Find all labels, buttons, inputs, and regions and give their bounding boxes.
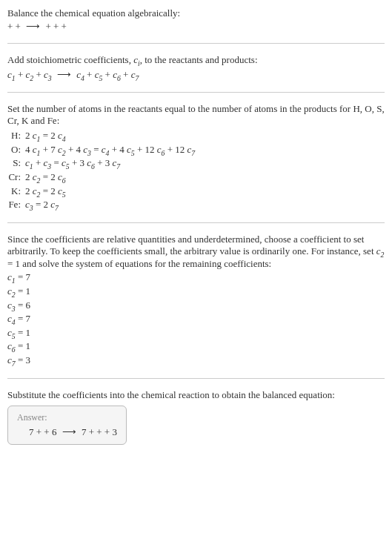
atom-row: H: 2 c1 = 2 c4: [7, 130, 385, 143]
under-para: Since the coefficients are relative quan…: [7, 234, 385, 271]
atom-eq: 4 c1 + 7 c2 + 4 c3 = c4 + 4 c5 + 12 c6 +…: [25, 144, 385, 157]
intro-text: Balance the chemical equation algebraica…: [7, 7, 385, 19]
atom-label: O:: [7, 144, 25, 156]
coeff-val: 7: [26, 313, 31, 324]
answer-box: Answer: 7 + + 6 ⟶ 7 + + + 3: [7, 406, 127, 445]
subst-intro: Substitute the coefficients into the che…: [7, 389, 385, 401]
atom-eq: 2 c2 = 2 c5: [25, 185, 385, 199]
atom-table: H: 2 c1 = 2 c4 O: 4 c1 + 7 c2 + 4 c3 = c…: [7, 130, 385, 212]
answer-rhs: 7 + + + 3: [82, 426, 117, 437]
coeff-list: c1 = 7 c2 = 1 c3 = 6 c4 = 7 c5 = 1 c6 = …: [7, 271, 385, 367]
atom-label: H:: [7, 130, 25, 142]
coeff-row: c7 = 3: [7, 354, 385, 368]
atom-eq: 2 c2 = 2 c6: [25, 171, 385, 185]
tmpl-lhs: + +: [7, 21, 23, 32]
stoich-intro-text: Add stoichiometric coefficients,: [7, 54, 133, 65]
atom-row: S: c1 + c3 = c5 + 3 c6 + 3 c7: [7, 157, 385, 171]
atom-row: Cr: 2 c2 = 2 c6: [7, 171, 385, 185]
atom-eq: 2 c1 = 2 c4: [25, 130, 385, 143]
divider: [7, 92, 385, 93]
substitute-section: Substitute the coefficients into the che…: [7, 389, 385, 445]
atom-row: O: 4 c1 + 7 c2 + 4 c3 = c4 + 4 c5 + 12 c…: [7, 144, 385, 157]
atom-eq: c3 = 2 c7: [25, 199, 385, 212]
coeff-row: c1 = 7: [7, 271, 385, 285]
coeff-row: c5 = 1: [7, 327, 385, 340]
coeff-val: 1: [26, 327, 31, 338]
coeff-val: 1: [26, 340, 31, 351]
stoich-section: Add stoichiometric coefficients, ci, to …: [7, 54, 385, 82]
answer-lhs: 7 + + 6: [29, 426, 59, 437]
atom-label: K:: [7, 185, 25, 197]
atom-label: Cr:: [7, 171, 25, 183]
coeff-val: 7: [26, 271, 31, 282]
coeff-row: c2 = 1: [7, 285, 385, 299]
tmpl-rhs: + + +: [45, 21, 67, 32]
atom-label: S:: [7, 157, 25, 169]
coeff-row: c4 = 7: [7, 313, 385, 326]
divider: [7, 43, 385, 44]
stoich-equation: c1 + c2 + c3 ⟶ c4 + c5 + c6 + c7: [7, 69, 385, 82]
divider: [7, 222, 385, 223]
stoich-intro: Add stoichiometric coefficients, ci, to …: [7, 54, 385, 67]
atom-eq: c1 + c3 = c5 + 3 c6 + 3 c7: [25, 157, 385, 171]
coeff-val: 6: [26, 300, 31, 311]
underdetermined-section: Since the coefficients are relative quan…: [7, 234, 385, 368]
stoich-after: , to the reactants and products:: [140, 54, 258, 65]
divider: [7, 378, 385, 379]
answer-equation: 7 + + 6 ⟶ 7 + + + 3: [17, 426, 117, 438]
coeff-val: 3: [26, 354, 31, 365]
stoich-lhs: c1 + c2 + c3: [7, 69, 54, 80]
atom-label: Fe:: [7, 199, 25, 211]
coeff-row: c6 = 1: [7, 340, 385, 354]
arrow-icon: ⟶: [62, 426, 76, 438]
template-equation: + + ⟶ + + +: [7, 21, 385, 33]
coeff-row: c3 = 6: [7, 300, 385, 313]
atoms-section: Set the number of atoms in the reactants…: [7, 103, 385, 212]
arrow-icon: ⟶: [26, 21, 40, 33]
coeff-val: 1: [26, 285, 31, 297]
atom-row: K: 2 c2 = 2 c5: [7, 185, 385, 199]
atoms-intro: Set the number of atoms in the reactants…: [7, 103, 385, 127]
intro-section: Balance the chemical equation algebraica…: [7, 7, 385, 33]
stoich-rhs: c4 + c5 + c6 + c7: [76, 69, 139, 80]
arrow-icon: ⟶: [57, 69, 71, 81]
atom-row: Fe: c3 = 2 c7: [7, 199, 385, 212]
answer-label: Answer:: [17, 412, 117, 423]
